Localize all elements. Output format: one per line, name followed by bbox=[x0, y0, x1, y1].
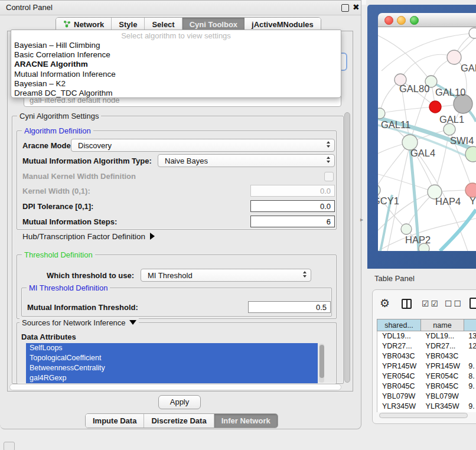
table-cell: 9. bbox=[464, 381, 476, 392]
node-label-swi4: SWI4 bbox=[450, 135, 474, 146]
table-cell: YDL19... bbox=[421, 331, 464, 341]
cyni-settings-legend: Cyni Algorithm Settings bbox=[17, 112, 101, 120]
gear-icon[interactable]: ⚙ bbox=[380, 296, 390, 311]
node-gal1[interactable] bbox=[444, 123, 455, 135]
tab-discretize-data[interactable]: Discretize Data bbox=[144, 414, 214, 428]
tab-impute-data[interactable]: Impute Data bbox=[86, 414, 144, 428]
network-tab-icon bbox=[63, 20, 71, 30]
mi-steps-field[interactable]: 6 bbox=[250, 216, 335, 227]
tab-label: Impute Data bbox=[93, 416, 136, 425]
apply-button[interactable]: Apply bbox=[158, 395, 201, 409]
algorithm-option[interactable]: Mutual Information Inference bbox=[11, 70, 341, 79]
mi-type-combo[interactable]: Naive Bayes bbox=[158, 154, 335, 167]
mi-threshold-field[interactable]: 0.5 bbox=[248, 301, 331, 313]
control-panel-window: Control Panel ✖ NetworkStyleSelectCyni T… bbox=[0, 0, 361, 429]
tab-label: Network bbox=[74, 20, 104, 29]
hub-section-label: Hub/Transcription Factor Definition bbox=[22, 232, 145, 241]
unchecked-pair-icon[interactable]: ☐☐ bbox=[445, 299, 463, 308]
network-canvas[interactable]: GAL GAL80 GAL10 GAL11 GAL1 SWI4 GAL4 GCY… bbox=[378, 27, 476, 251]
minimize-traffic-light-icon[interactable] bbox=[397, 16, 406, 25]
table-horizontal-scrollbar[interactable] bbox=[379, 413, 468, 418]
combo-spinner-icon bbox=[327, 156, 330, 163]
attributes-scrollbar[interactable] bbox=[319, 344, 324, 383]
control-panel-titlebar[interactable]: Control Panel ✖ bbox=[0, 1, 361, 15]
data-attributes-label: Data Attributes bbox=[21, 332, 76, 341]
threshold-definition-legend: Threshold Definition bbox=[22, 250, 95, 259]
tab-infer-network[interactable]: Infer Network bbox=[214, 414, 278, 428]
table-cell: YPR145W bbox=[421, 361, 464, 371]
node-hap2[interactable] bbox=[401, 224, 412, 234]
table-cell: YBL079W bbox=[377, 392, 421, 402]
settings-horizontal-scrollbar[interactable] bbox=[9, 384, 341, 390]
node-label-gal4: GAL4 bbox=[410, 148, 435, 158]
zoom-traffic-light-icon[interactable] bbox=[410, 16, 419, 25]
settings-vertical-scrollbar[interactable] bbox=[344, 112, 351, 383]
network-window-titlebar[interactable] bbox=[378, 13, 476, 27]
sources-legend[interactable]: Sources for Network Inference bbox=[19, 318, 139, 327]
algorithm-option[interactable]: Basic Correlation Inference bbox=[11, 50, 341, 60]
pane-divider-arrow-icon[interactable]: ▸ bbox=[360, 216, 363, 223]
table-row[interactable]: YBL079WYBL079W bbox=[377, 392, 476, 402]
node-label-gal1: GAL1 bbox=[439, 114, 464, 125]
split-columns-icon[interactable] bbox=[402, 299, 412, 309]
attribute-list-item[interactable]: TopologicalCoefficient bbox=[26, 353, 318, 363]
attribute-list-item[interactable]: BetweennessCentrality bbox=[26, 363, 318, 373]
close-window-icon[interactable]: ✖ bbox=[353, 2, 360, 12]
node-label-gal10: GAL10 bbox=[435, 87, 465, 97]
node-gcy1[interactable] bbox=[378, 184, 380, 196]
table-row[interactable]: YDL19...YDL19...13 bbox=[377, 331, 476, 341]
hub-section-toggle[interactable]: Hub/Transcription Factor Definition bbox=[22, 232, 155, 241]
attribute-list-item[interactable]: gal4RGexp bbox=[26, 373, 318, 383]
aracne-mode-combo[interactable]: Discovery bbox=[71, 139, 335, 152]
algorithm-popup-prompt[interactable]: Select algorithm to view settings bbox=[11, 31, 341, 41]
table-cell: YDR27... bbox=[377, 341, 421, 351]
data-attributes-list[interactable]: SelfLoopsTopologicalCoefficientBetweenne… bbox=[26, 343, 318, 383]
checked-pair-icon[interactable]: ☑☑ bbox=[422, 299, 440, 308]
which-threshold-combo[interactable]: MI Threshold bbox=[141, 269, 311, 282]
node-red-selected[interactable] bbox=[429, 101, 441, 113]
network-graph: GAL GAL80 GAL10 GAL11 GAL1 SWI4 GAL4 GCY… bbox=[378, 27, 476, 251]
collapsed-arrow-icon bbox=[150, 233, 155, 240]
table-row[interactable]: YDR27...YDR27...12 bbox=[377, 341, 476, 351]
table-row[interactable]: YER054CYER054C8. bbox=[377, 371, 476, 381]
mi-type-value: Naive Bayes bbox=[165, 156, 208, 165]
tab-label: Infer Network bbox=[221, 416, 270, 425]
table-row[interactable]: YPR145WYPR145W9. bbox=[377, 361, 476, 371]
dpi-tolerance-field[interactable]: 0.0 bbox=[250, 200, 335, 212]
table-cell: YDR27... bbox=[421, 341, 464, 351]
algorithm-definition-legend: Algorithm Definition bbox=[22, 126, 93, 135]
manual-kernel-checkbox[interactable] bbox=[324, 172, 334, 181]
node-gal11[interactable] bbox=[378, 108, 385, 119]
table-row[interactable]: YBR045CYBR045C9. bbox=[377, 381, 476, 392]
node-unlabeled-top[interactable] bbox=[469, 28, 476, 38]
window-title: Control Panel bbox=[6, 3, 53, 12]
table-cell: 9. bbox=[464, 412, 476, 412]
algorithm-option[interactable]: Dream8 DC_TDC Algorithm bbox=[11, 89, 341, 98]
algorithm-option[interactable]: Bayesian – K2 bbox=[11, 79, 341, 89]
algorithm-dropdown-popup: Select algorithm to view settings Bayesi… bbox=[11, 30, 341, 98]
node-gal-pink[interactable] bbox=[447, 50, 461, 64]
table-cell: YBR045C bbox=[377, 381, 421, 392]
algorithm-option[interactable]: Bayesian – Hill Climbing bbox=[11, 41, 341, 50]
which-threshold-value: MI Threshold bbox=[148, 271, 193, 280]
node-label-hap2: HAP2 bbox=[405, 234, 431, 245]
column-header[interactable]: shared... bbox=[377, 319, 420, 331]
table-row[interactable]: YLR345WYLR345W9. bbox=[377, 402, 476, 412]
table-header: shared...name bbox=[377, 319, 476, 331]
table-row[interactable]: YBR043CYBR043C bbox=[377, 351, 476, 361]
minimized-window-icon[interactable] bbox=[4, 442, 15, 450]
table-row[interactable]: YIL052CYIL052C9. bbox=[377, 412, 476, 412]
column-header[interactable]: name bbox=[420, 319, 464, 331]
column-header[interactable] bbox=[464, 319, 476, 331]
page-icon[interactable] bbox=[470, 298, 476, 309]
node-label-gcy1: GCY1 bbox=[378, 195, 399, 206]
dpi-tolerance-label: DPI Tolerance [0,1]: bbox=[22, 202, 93, 211]
kernel-width-field[interactable]: 0.0 bbox=[250, 185, 335, 197]
algorithm-option[interactable]: ARACNE Algorithm bbox=[11, 60, 341, 69]
close-traffic-light-icon[interactable] bbox=[384, 16, 393, 25]
float-window-icon[interactable] bbox=[341, 4, 349, 12]
table-cell: YBR043C bbox=[377, 351, 421, 361]
attribute-list-item[interactable]: SelfLoops bbox=[26, 343, 318, 353]
table-cell: 9. bbox=[464, 361, 476, 371]
node-label-gal11: GAL11 bbox=[381, 119, 410, 130]
